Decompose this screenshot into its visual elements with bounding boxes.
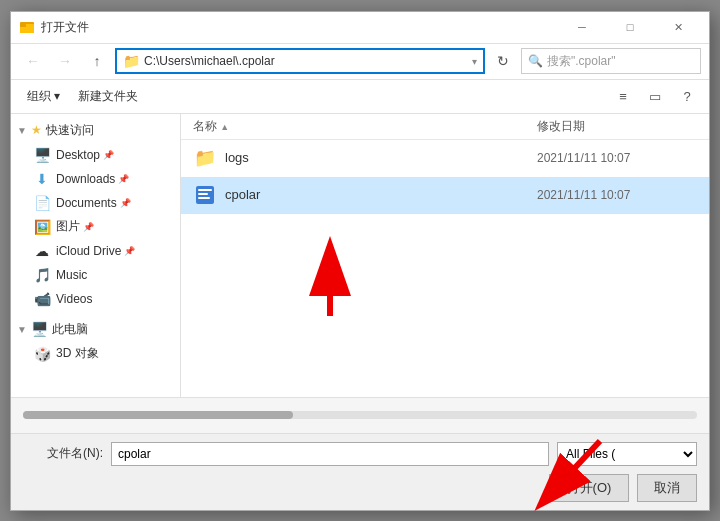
pin-icon-5: 📌 [124,246,135,256]
star-icon: ★ [31,123,42,137]
this-pc-header[interactable]: ▼ 🖥️ 此电脑 [11,317,180,342]
refresh-button[interactable]: ↻ [489,47,517,75]
file-list-header: 名称 ▲ 修改日期 [181,114,709,140]
pin-icon: 📌 [103,150,114,160]
toolbar-right: ≡ ▭ ? [609,83,701,109]
file-item-cpolar[interactable]: cpolar 2021/11/11 10:07 [181,177,709,214]
sidebar-item-icloud[interactable]: ☁ iCloud Drive 📌 [11,239,180,263]
svg-rect-2 [20,24,26,27]
file-list: 名称 ▲ 修改日期 📁 logs 2021/11/11 10:07 [181,114,709,397]
logs-folder-icon: 📁 [193,146,217,170]
file-item-logs[interactable]: 📁 logs 2021/11/11 10:07 [181,140,709,177]
open-file-dialog: 打开文件 ─ □ ✕ ← → ↑ 📁 C:\Users\michael\.cpo… [10,11,710,511]
sidebar: ▼ ★ 快速访问 🖥️ Desktop 📌 ⬇ Downloads 📌 📄 Do… [11,114,181,397]
filename-row: 文件名(N): All Files ( [23,442,697,466]
address-dropdown-icon[interactable]: ▾ [472,56,477,67]
cpolar-file-icon [193,183,217,207]
pane-button[interactable]: ▭ [641,83,669,109]
help-button[interactable]: ? [673,83,701,109]
toolbar: 组织 ▾ 新建文件夹 ≡ ▭ ? [11,80,709,114]
filename-input[interactable] [111,442,549,466]
footer-buttons: 打开(O) 取消 [23,474,697,502]
music-icon: 🎵 [33,266,51,284]
forward-button[interactable]: → [51,47,79,75]
footer: 文件名(N): All Files ( 打开(O) 取消 [11,433,709,510]
title-bar: 打开文件 ─ □ ✕ [11,12,709,44]
sidebar-item-videos-label: Videos [56,292,92,306]
sidebar-item-music[interactable]: 🎵 Music [11,263,180,287]
expand-icon: ▼ [17,125,27,136]
col-name-header[interactable]: 名称 ▲ [193,118,537,135]
desktop-icon: 🖥️ [33,146,51,164]
sidebar-item-documents-label: Documents [56,196,117,210]
3d-icon: 🎲 [33,345,51,363]
pin-icon-2: 📌 [118,174,129,184]
col-name-label: 名称 [193,119,217,133]
svg-rect-4 [198,189,212,191]
search-icon: 🔍 [528,54,543,68]
open-button[interactable]: 打开(O) [549,474,629,502]
dialog-icon [19,19,35,35]
search-bar[interactable]: 🔍 搜索".cpolar" [521,48,701,74]
quick-access-label: 快速访问 [46,122,94,139]
pin-icon-3: 📌 [120,198,131,208]
this-pc-icon: 🖥️ [31,321,48,337]
sidebar-item-desktop[interactable]: 🖥️ Desktop 📌 [11,143,180,167]
icloud-icon: ☁ [33,242,51,260]
organize-button[interactable]: 组织 ▾ [19,83,68,109]
sidebar-item-icloud-label: iCloud Drive [56,244,121,258]
dialog-title: 打开文件 [41,19,559,36]
filetype-select[interactable]: All Files ( [557,442,697,466]
scrollbar-area [11,397,709,433]
col-date-label: 修改日期 [537,119,585,133]
back-button[interactable]: ← [19,47,47,75]
cpolar-date: 2021/11/11 10:07 [537,188,697,202]
main-content: ▼ ★ 快速访问 🖥️ Desktop 📌 ⬇ Downloads 📌 📄 Do… [11,114,709,397]
address-text: C:\Users\michael\.cpolar [144,54,468,68]
sidebar-item-documents[interactable]: 📄 Documents 📌 [11,191,180,215]
svg-rect-6 [198,197,210,199]
this-pc-expand-icon: ▼ [17,324,27,335]
logs-name: logs [225,150,537,165]
quick-access-header[interactable]: ▼ ★ 快速访问 [11,118,180,143]
sidebar-item-3d[interactable]: 🎲 3D 对象 [11,342,180,366]
sidebar-item-videos[interactable]: 📹 Videos [11,287,180,311]
cancel-button[interactable]: 取消 [637,474,697,502]
nav-bar: ← → ↑ 📁 C:\Users\michael\.cpolar ▾ ↻ 🔍 搜… [11,44,709,80]
search-placeholder: 搜索".cpolar" [547,53,616,70]
sidebar-item-pictures[interactable]: 🖼️ 图片 📌 [11,215,180,239]
documents-icon: 📄 [33,194,51,212]
sidebar-item-desktop-label: Desktop [56,148,100,162]
horizontal-scrollbar[interactable] [23,411,697,419]
sidebar-item-pictures-label: 图片 [56,218,80,235]
pin-icon-4: 📌 [83,222,94,232]
cpolar-name: cpolar [225,187,537,202]
this-pc-label: 此电脑 [52,321,88,338]
logs-date: 2021/11/11 10:07 [537,151,697,165]
sort-arrow: ▲ [220,122,229,132]
pictures-icon: 🖼️ [33,218,51,236]
videos-icon: 📹 [33,290,51,308]
sidebar-item-downloads-label: Downloads [56,172,115,186]
view-options-button[interactable]: ≡ [609,83,637,109]
col-date-header[interactable]: 修改日期 [537,118,697,135]
filename-label: 文件名(N): [23,445,103,462]
sidebar-item-downloads[interactable]: ⬇ Downloads 📌 [11,167,180,191]
close-button[interactable]: ✕ [655,11,701,43]
downloads-icon: ⬇ [33,170,51,188]
svg-rect-5 [198,193,208,195]
minimize-button[interactable]: ─ [559,11,605,43]
sidebar-item-3d-label: 3D 对象 [56,345,99,362]
address-bar[interactable]: 📁 C:\Users\michael\.cpolar ▾ [115,48,485,74]
window-controls: ─ □ ✕ [559,11,701,43]
up-button[interactable]: ↑ [83,47,111,75]
new-folder-button[interactable]: 新建文件夹 [70,83,146,109]
maximize-button[interactable]: □ [607,11,653,43]
sidebar-item-music-label: Music [56,268,87,282]
address-folder-icon: 📁 [123,53,140,69]
